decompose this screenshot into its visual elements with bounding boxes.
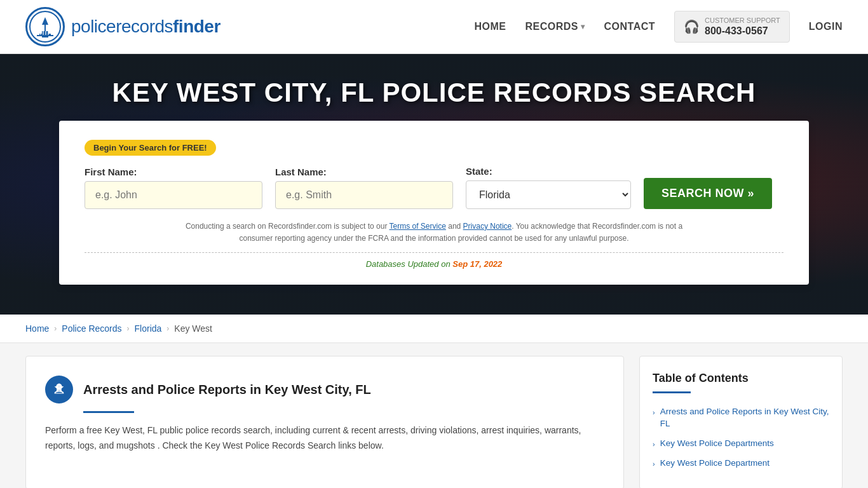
breadcrumb-state[interactable]: Florida (135, 323, 162, 334)
svg-rect-4 (44, 25, 46, 31)
logo-bold: finder (173, 17, 220, 36)
form-row: First Name: Last Name: State: AlabamaAla… (85, 166, 783, 209)
separator-icon-3: › (166, 324, 169, 333)
breadcrumb: Home › Police Records › Florida › Key We… (25, 323, 843, 334)
toc-divider (653, 391, 691, 393)
toc-item[interactable]: ›Key West Police Department (653, 454, 829, 473)
state-select[interactable]: AlabamaAlaskaArizonaArkansasCaliforniaCo… (466, 180, 631, 209)
svg-rect-8 (45, 31, 46, 35)
last-name-group: Last Name: (275, 166, 453, 209)
logo-normal: policerecords (71, 17, 173, 36)
support-info: CUSTOMER SUPPORT 800-433-0567 (705, 17, 780, 36)
title-underline (83, 411, 134, 413)
nav-contact[interactable]: CONTACT (604, 21, 656, 32)
breadcrumb-city: Key West (174, 323, 212, 334)
chevron-down-icon: ▾ (581, 22, 585, 31)
toc-list: ›Arrests and Police Reports in Key West … (653, 402, 829, 473)
headset-icon: 🎧 (684, 19, 700, 34)
hero-section: KEY WEST CITY, FL POLICE RECORDS SEARCH … (0, 54, 868, 315)
login-button[interactable]: LOGIN (809, 21, 843, 32)
customer-support-box: 🎧 CUSTOMER SUPPORT 800-433-0567 (674, 11, 790, 42)
toc-item[interactable]: ›Arrests and Police Reports in Key West … (653, 402, 829, 434)
search-card: Begin Your Search for FREE! First Name: … (59, 121, 809, 285)
toc-panel: Table of Contents ›Arrests and Police Re… (639, 356, 843, 488)
search-button[interactable]: SEARCH NOW » (644, 178, 772, 209)
article-panel: Arrests and Police Reports in Key West C… (25, 356, 624, 488)
breadcrumb-bar: Home › Police Records › Florida › Key We… (0, 315, 868, 343)
svg-rect-7 (43, 31, 44, 35)
svg-rect-6 (40, 31, 41, 35)
site-header: policerecordsfinder HOME RECORDS ▾ CONTA… (0, 0, 868, 54)
first-name-label: First Name: (85, 166, 262, 177)
support-number: 800-433-0567 (705, 25, 780, 37)
chevron-right-icon: › (653, 440, 655, 449)
support-label: CUSTOMER SUPPORT (705, 17, 780, 25)
toc-title: Table of Contents (653, 372, 829, 385)
privacy-link[interactable]: Privacy Notice (463, 222, 512, 231)
nav-area: HOME RECORDS ▾ CONTACT 🎧 CUSTOMER SUPPOR… (475, 11, 843, 42)
nav-records-label: RECORDS (526, 21, 579, 32)
db-label: Databases Updated on (366, 259, 451, 269)
svg-rect-5 (37, 35, 53, 36)
chevron-right-icon: › (653, 459, 655, 469)
breadcrumb-home[interactable]: Home (25, 323, 49, 334)
first-name-group: First Name: (85, 166, 262, 209)
article-title: Arrests and Police Reports in Key West C… (83, 383, 371, 397)
logo-text: policerecordsfinder (71, 17, 220, 37)
db-date: Sep 17, 2022 (452, 259, 502, 269)
badge-icon (45, 376, 73, 403)
last-name-input[interactable] (275, 181, 453, 209)
last-name-label: Last Name: (275, 166, 453, 177)
nav-records[interactable]: RECORDS ▾ (526, 21, 585, 32)
hero-title: KEY WEST CITY, FL POLICE RECORDS SEARCH (112, 78, 756, 108)
nav-home[interactable]: HOME (475, 21, 506, 32)
state-label: State: (466, 166, 631, 177)
separator-icon-2: › (127, 324, 130, 333)
breadcrumb-police-records[interactable]: Police Records (62, 323, 121, 334)
state-group: State: AlabamaAlaskaArizonaArkansasCalif… (466, 166, 631, 209)
terms-link[interactable]: Terms of Service (390, 222, 446, 231)
logo-icon (25, 7, 65, 46)
chevron-right-icon: › (653, 408, 655, 417)
first-name-input[interactable] (85, 181, 262, 209)
main-content: Arrests and Police Reports in Key West C… (0, 343, 868, 488)
article-header: Arrests and Police Reports in Key West C… (45, 376, 604, 403)
disclaimer-text: Conducting a search on Recordsfinder.com… (173, 220, 695, 245)
toc-item[interactable]: ›Key West Police Departments (653, 434, 829, 454)
separator-icon: › (54, 324, 57, 333)
svg-rect-9 (48, 31, 49, 35)
logo-area: policerecordsfinder (25, 7, 220, 46)
db-updated: Databases Updated on Sep 17, 2022 (85, 252, 783, 269)
free-badge: Begin Your Search for FREE! (85, 140, 216, 156)
article-body: Perform a free Key West, FL public polic… (45, 423, 604, 454)
